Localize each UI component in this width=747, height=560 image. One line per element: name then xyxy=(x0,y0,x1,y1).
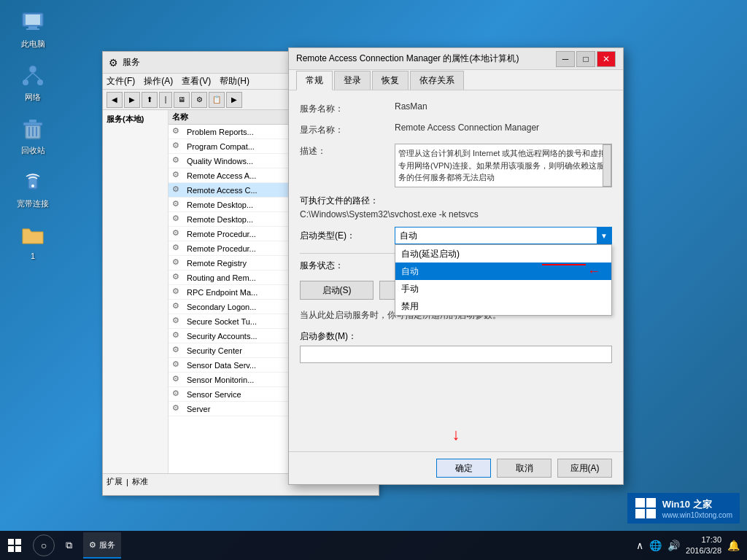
menu-help[interactable]: 帮助(H) xyxy=(220,75,249,88)
startup-type-label: 启动类型(E)： xyxy=(300,230,395,242)
minimize-button[interactable]: ─ xyxy=(556,51,575,67)
desktop-icon-recycle-bin[interactable]: 回收站 xyxy=(7,114,58,156)
ok-button[interactable]: 确定 xyxy=(436,459,491,478)
tab-login[interactable]: 登录 xyxy=(334,71,371,90)
svg-rect-17 xyxy=(635,498,645,508)
services-name-header: 名称 xyxy=(172,112,188,122)
desktop-icon-broadband[interactable]: 宽带连接 xyxy=(7,167,58,209)
display-name-label: 显示名称： xyxy=(300,122,395,136)
dialog-footer: 确定 取消 应用(A) xyxy=(289,451,623,484)
desktop: 此电脑 网络 xyxy=(0,0,747,560)
service-icon: ⚙ xyxy=(172,301,184,313)
path-value: C:\Windows\System32\svchost.exe -k netsv… xyxy=(300,209,612,219)
svg-rect-23 xyxy=(8,546,14,552)
toolbar-back[interactable]: ◀ xyxy=(107,92,123,108)
this-pc-icon xyxy=(18,7,47,36)
service-name-value: RasMan xyxy=(395,101,612,112)
startup-option-auto-label: 自动 xyxy=(401,265,419,278)
toolbar-btn3[interactable]: ⚙ xyxy=(191,92,207,108)
toolbar-forward[interactable]: ▶ xyxy=(124,92,140,108)
path-label: 可执行文件的路径： xyxy=(300,195,612,207)
maximize-button[interactable]: □ xyxy=(576,51,595,67)
startup-option-auto[interactable]: 自动 ← xyxy=(395,262,611,280)
tab-recovery[interactable]: 恢复 xyxy=(372,71,409,90)
tray-notification-icon[interactable]: 🔔 xyxy=(727,540,740,551)
service-name: Remote Registry xyxy=(187,259,247,268)
service-icon: ⚙ xyxy=(172,199,184,211)
startup-option-delayed[interactable]: 自动(延迟启动) xyxy=(395,245,611,262)
tab-general[interactable]: 常规 xyxy=(296,71,333,90)
close-button[interactable]: ✕ xyxy=(597,51,616,67)
win10-brand-text: Win10 之家 www.win10xtong.com xyxy=(662,498,732,519)
tray-sound-icon[interactable]: 🔊 xyxy=(667,540,680,551)
svg-rect-24 xyxy=(15,546,21,552)
statusbar-expand[interactable]: 扩展 xyxy=(107,476,123,487)
service-icon: ⚙ xyxy=(172,257,184,269)
desktop-icon-this-pc[interactable]: 此电脑 xyxy=(7,7,58,50)
service-icon: ⚙ xyxy=(172,184,184,196)
service-icon: ⚙ xyxy=(172,243,184,254)
svg-rect-2 xyxy=(28,26,37,28)
startup-option-disabled[interactable]: 禁用 xyxy=(395,298,611,315)
service-icon: ⚙ xyxy=(172,155,184,167)
param-label: 启动参数(M)： xyxy=(300,330,612,343)
svg-rect-19 xyxy=(635,509,645,518)
taskbar: ○ ⧉ ⚙ 服务 ∧ 🌐 🔊 17:30 2016/3/28 🔔 xyxy=(0,531,747,560)
dialog-title: Remote Access Connection Manager 的属性(本地计… xyxy=(296,52,556,65)
statusbar-standard[interactable]: 标准 xyxy=(132,476,148,487)
task-view-button[interactable]: ⧉ xyxy=(58,534,80,556)
svg-rect-1 xyxy=(26,15,40,25)
service-name: Remote Procedur... xyxy=(187,230,256,238)
start-button[interactable] xyxy=(0,531,29,560)
startup-type-select[interactable]: 自动 ▼ 自动(延迟启动) 自动 ← xyxy=(395,227,612,244)
taskbar-services-app[interactable]: ⚙ 服务 xyxy=(83,532,121,559)
services-left-title: 服务(本地) xyxy=(107,114,164,125)
service-name: Remote Access A... xyxy=(187,171,256,180)
service-name: Problem Reports... xyxy=(187,128,254,136)
svg-rect-18 xyxy=(646,498,656,508)
desktop-icon-network[interactable]: 网络 xyxy=(7,61,58,103)
dialog-titlebar: Remote Access Connection Manager 的属性(本地计… xyxy=(289,48,623,70)
tray-time[interactable]: 17:30 2016/3/28 xyxy=(686,534,721,557)
tray-up-arrow[interactable]: ∧ xyxy=(636,540,643,551)
toolbar-up[interactable]: ⬆ xyxy=(142,92,158,108)
service-name: Sensor Service xyxy=(187,390,241,399)
tray-network-icon[interactable]: 🌐 xyxy=(649,540,662,551)
svg-rect-22 xyxy=(15,539,21,545)
startup-option-manual[interactable]: 手动 xyxy=(395,280,611,298)
service-icon: ⚙ xyxy=(172,345,184,357)
toolbar-btn1[interactable]: | xyxy=(159,92,172,108)
svg-point-6 xyxy=(37,79,43,85)
cancel-button[interactable]: 取消 xyxy=(497,459,551,478)
taskbar-app-label: 服务 xyxy=(99,540,115,551)
menu-file[interactable]: 文件(F) xyxy=(107,75,135,88)
desktop-icon-folder1[interactable]: 1 xyxy=(7,220,58,260)
tray-clock: 17:30 xyxy=(686,534,721,545)
description-row: 描述： 管理从这台计算机到 Internet 或其他远程网络的拨号和虚拟专用网络… xyxy=(300,144,612,187)
taskbar-app-icon: ⚙ xyxy=(89,540,96,550)
select-dropdown-arrow[interactable]: ▼ xyxy=(597,228,611,244)
startup-selected-value: 自动 xyxy=(400,230,607,242)
properties-dialog: Remote Access Connection Manager 的属性(本地计… xyxy=(288,47,624,485)
description-scrollbar[interactable] xyxy=(603,144,611,187)
service-icon: ⚙ xyxy=(172,228,184,240)
service-name: Sensor Data Serv... xyxy=(187,361,256,370)
startup-type-row: 启动类型(E)： 自动 ▼ 自动(延迟启动) 自动 ← xyxy=(300,227,612,244)
toolbar-btn5[interactable]: ▶ xyxy=(226,92,242,108)
apply-button[interactable]: 应用(A) xyxy=(557,459,612,478)
start-button[interactable]: 启动(S) xyxy=(300,281,374,300)
search-button[interactable]: ○ xyxy=(33,534,55,556)
toolbar-btn2[interactable]: 🖥 xyxy=(174,92,190,108)
red-down-arrow: ↓ xyxy=(452,425,460,444)
service-name: Server xyxy=(187,405,210,413)
toolbar-btn4[interactable]: 📋 xyxy=(209,92,225,108)
service-icon: ⚙ xyxy=(172,374,184,386)
startup-select-box[interactable]: 自动 ▼ xyxy=(395,227,612,244)
menu-view[interactable]: 查看(V) xyxy=(182,75,211,88)
folder1-label: 1 xyxy=(31,252,35,260)
param-input[interactable] xyxy=(300,346,612,363)
dialog-tabs: 常规 登录 恢复 依存关系 xyxy=(289,70,623,90)
tab-dependencies[interactable]: 依存关系 xyxy=(410,71,464,90)
description-label: 描述： xyxy=(300,144,395,158)
menu-action[interactable]: 操作(A) xyxy=(144,75,173,88)
